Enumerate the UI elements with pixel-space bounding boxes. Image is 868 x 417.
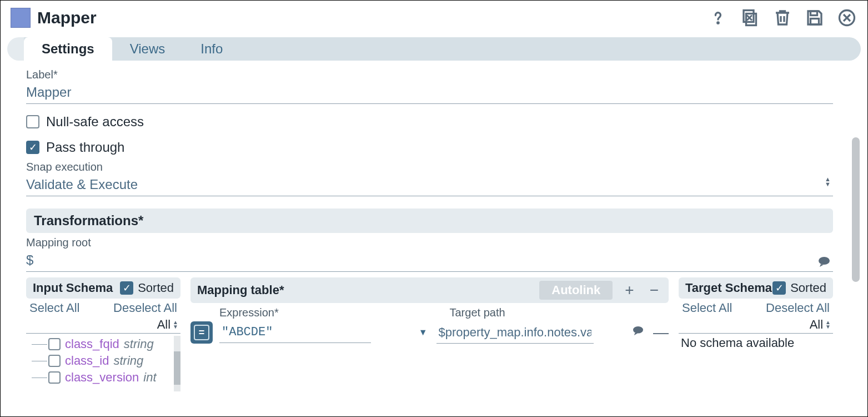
close-icon[interactable]: [836, 7, 857, 28]
svg-point-0: [718, 22, 719, 23]
target-filter-all[interactable]: All ▲▼: [810, 317, 831, 332]
no-schema-message: No schema available: [679, 334, 833, 353]
target-filter-input[interactable]: [681, 319, 810, 331]
input-schema-head: Input Schema Sorted: [26, 277, 180, 299]
target-schema-panel: Target Schema Sorted Select All Deselect…: [679, 277, 833, 391]
mapping-root-caption: Mapping root: [26, 236, 859, 249]
expression-toggle-button[interactable]: =: [190, 321, 213, 344]
spinner-icon: ▲▼: [173, 320, 178, 329]
target-actions: Select All Deselect All: [679, 299, 833, 316]
null-safe-row: Null-safe access: [26, 114, 859, 130]
tab-info[interactable]: Info: [183, 37, 240, 61]
mapping-title: Mapping table*: [197, 283, 284, 297]
input-filter-all[interactable]: All ▲▼: [157, 317, 178, 332]
mapping-table-panel: Mapping table* Autolink + − Expression* …: [190, 277, 669, 391]
header-toolbar: [708, 7, 857, 28]
input-deselect-all[interactable]: Deselect All: [113, 301, 177, 315]
svg-rect-3: [811, 11, 817, 16]
remove-row-button[interactable]: −: [646, 281, 662, 299]
tab-handle: [7, 37, 24, 61]
content-area: Label* Null-safe access Pass through Sna…: [7, 65, 861, 399]
input-actions: Select All Deselect All: [26, 299, 180, 316]
comment-icon[interactable]: [632, 326, 644, 338]
target-path-input[interactable]: [436, 322, 594, 344]
comment-icon[interactable]: [817, 256, 831, 270]
add-row-button[interactable]: +: [621, 281, 637, 299]
transformations-header: Transformations*: [26, 209, 833, 233]
mapping-col-labels: Expression* Target path: [190, 306, 669, 319]
field-type: string: [124, 337, 154, 351]
field-name: class_id: [65, 354, 109, 368]
target-sorted-checkbox[interactable]: [772, 281, 786, 295]
tree-scrollbar-thumb[interactable]: [174, 351, 180, 385]
input-filter-row: All ▲▼: [26, 316, 180, 334]
svg-rect-4: [811, 19, 819, 25]
tree-checkbox[interactable]: [48, 355, 61, 367]
columns: Input Schema Sorted Select All Deselect …: [26, 277, 833, 391]
target-schema-head: Target Schema Sorted: [679, 277, 833, 299]
svg-point-7: [633, 326, 643, 333]
input-sorted: Sorted: [120, 281, 174, 295]
spinner-icon: ▲▼: [825, 320, 831, 329]
tab-settings[interactable]: Settings: [24, 37, 112, 61]
pass-through-checkbox[interactable]: [26, 141, 39, 154]
target-deselect-all[interactable]: Deselect All: [766, 301, 830, 315]
tree-checkbox[interactable]: [48, 371, 61, 384]
target-sorted-label: Sorted: [790, 281, 826, 295]
delete-icon[interactable]: [772, 7, 793, 28]
field-type: int: [143, 370, 156, 385]
help-icon[interactable]: [708, 7, 729, 28]
target-sorted: Sorted: [772, 281, 826, 295]
snap-exec-caption: Snap execution: [26, 161, 859, 173]
autolink-button[interactable]: Autolink: [539, 281, 613, 300]
input-filter-input[interactable]: [28, 319, 157, 331]
input-select-all[interactable]: Select All: [29, 301, 80, 315]
tree-row[interactable]: class_id string: [26, 353, 180, 369]
target-select-all[interactable]: Select All: [682, 301, 732, 315]
pass-through-label: Pass through: [46, 140, 124, 155]
expression-label: Expression*: [190, 306, 439, 319]
snap-exec-select[interactable]: [26, 173, 833, 196]
mapping-row: = ▼ —: [190, 321, 669, 344]
content-scrollbar-thumb[interactable]: [852, 137, 860, 282]
node-color-swatch: [11, 8, 31, 28]
dropdown-icon[interactable]: ▼: [419, 327, 428, 337]
tree-checkbox[interactable]: [48, 338, 61, 350]
page-title: Mapper: [37, 8, 97, 27]
tree-row[interactable]: class_fqid string: [26, 336, 180, 353]
header-bar: Mapper: [7, 7, 861, 35]
tabs-wrap: Settings Views Info: [7, 37, 861, 61]
label-caption: Label*: [26, 68, 859, 81]
save-icon[interactable]: [804, 7, 825, 28]
svg-point-6: [819, 257, 830, 265]
input-tree: class_fqid string class_id string class_…: [26, 336, 180, 391]
header-left: Mapper: [11, 8, 97, 28]
copy-icon[interactable]: [740, 7, 761, 28]
null-safe-checkbox[interactable]: [26, 115, 39, 128]
tab-views[interactable]: Views: [112, 37, 183, 61]
input-sorted-checkbox[interactable]: [120, 281, 133, 295]
label-input[interactable]: [26, 81, 833, 104]
target-schema-title: Target Schema: [685, 281, 772, 295]
field-type: string: [113, 354, 143, 368]
input-schema-title: Input Schema: [33, 281, 113, 295]
target-filter-row: All ▲▼: [679, 316, 833, 334]
mapping-head: Mapping table* Autolink + −: [190, 277, 669, 303]
input-sorted-label: Sorted: [138, 281, 174, 295]
expression-input[interactable]: [219, 322, 371, 343]
field-name: class_fqid: [65, 337, 119, 351]
tabs: Settings Views Info: [24, 37, 861, 61]
target-path-label: Target path: [450, 306, 669, 319]
spinner-icon[interactable]: ▲▼: [825, 177, 831, 187]
tree-row[interactable]: class_version int: [26, 369, 180, 386]
pass-through-row: Pass through: [26, 140, 859, 155]
field-name: class_version: [65, 370, 139, 385]
row-remove-button[interactable]: —: [653, 324, 669, 341]
null-safe-label: Null-safe access: [46, 114, 144, 130]
input-schema-panel: Input Schema Sorted Select All Deselect …: [26, 277, 180, 391]
mapping-root-input[interactable]: [26, 249, 833, 272]
